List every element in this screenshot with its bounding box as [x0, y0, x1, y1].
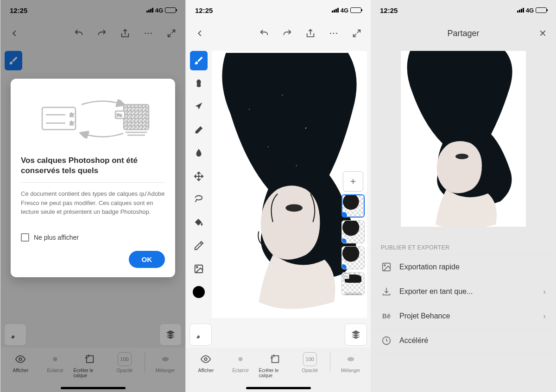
svg-text:Ps: Ps — [117, 113, 122, 118]
svg-point-32 — [239, 357, 243, 361]
behance-item[interactable]: Bē Projet Behance › — [371, 304, 556, 329]
status-time: 12:25 — [195, 6, 213, 14]
svg-point-38 — [384, 265, 385, 266]
eyedropper-tool-icon[interactable] — [190, 236, 208, 255]
bottom-opacite[interactable]: 100Opacité — [293, 352, 326, 373]
svg-rect-7 — [42, 107, 76, 130]
svg-point-21 — [336, 33, 337, 34]
image-icon — [381, 261, 392, 273]
quick-export-label: Exportation rapide — [399, 263, 460, 271]
modal-body: Ce document contient des types de calque… — [21, 189, 165, 217]
more-icon[interactable] — [328, 28, 339, 39]
layer-thumb-2[interactable] — [341, 220, 365, 243]
back-icon[interactable] — [194, 28, 205, 39]
ok-button[interactable]: OK — [129, 251, 165, 268]
modal-illustration: fx fx Ps — [21, 91, 165, 146]
layers-toggle-icon[interactable] — [345, 324, 367, 346]
quick-export-item[interactable]: Exportation rapide — [371, 255, 556, 280]
status-bar: 12:25 4G — [371, 0, 556, 20]
bottom-ecreter[interactable]: Écrêter le calque — [259, 352, 292, 378]
ps-label: Ps — [343, 274, 349, 279]
layer-thumb-4[interactable]: Ps — [341, 272, 365, 295]
svg-rect-12 — [124, 105, 149, 130]
layer-thumb-3[interactable] — [341, 246, 365, 269]
top-toolbar — [186, 20, 371, 46]
layer-thumb-1[interactable] — [341, 194, 365, 218]
chevron-right-icon: › — [543, 287, 546, 297]
svg-point-36 — [455, 154, 468, 159]
layers-panel: Ps — [339, 171, 367, 295]
svg-point-25 — [305, 127, 306, 128]
pixel-brush-tool-icon[interactable] — [190, 51, 208, 70]
timelapse-label: Accéléré — [399, 336, 428, 345]
behance-label: Projet Behance — [399, 312, 450, 320]
battery-icon — [350, 7, 361, 13]
share-list: Exportation rapide Exporter en tant que.… — [371, 255, 556, 353]
svg-point-34 — [347, 357, 354, 361]
svg-point-27 — [296, 165, 297, 166]
live-brush-tool-icon[interactable] — [190, 74, 208, 93]
bottom-eclaircir[interactable]: Éclaircir — [224, 352, 257, 373]
download-icon — [381, 286, 392, 297]
side-toolbar — [190, 51, 208, 298]
color-chip[interactable] — [193, 286, 205, 298]
chevron-right-icon: › — [543, 311, 546, 321]
fullscreen-icon[interactable] — [351, 28, 362, 39]
behance-icon: Bē — [381, 311, 392, 322]
signal-icon — [332, 8, 339, 12]
close-icon[interactable]: ✕ — [539, 28, 547, 39]
dont-show-label: Ne plus afficher — [34, 234, 79, 241]
svg-point-26 — [268, 146, 269, 147]
section-label: PUBLIER ET EXPORTER — [371, 241, 556, 255]
screen-modal: 12:25 4G Afficher Éclaircir Écrêter le c… — [0, 0, 185, 392]
export-as-item[interactable]: Exporter en tant que... › — [371, 280, 556, 304]
undo-icon[interactable] — [259, 28, 270, 39]
svg-point-28 — [285, 204, 303, 212]
screen-share: 12:25 4G Partager ✕ PUBLIER ET EXPORTER … — [371, 0, 556, 392]
bottom-bar: Afficher Éclaircir Écrêter le calque 100… — [186, 348, 371, 392]
timelapse-item[interactable]: Accéléré — [371, 329, 556, 353]
share-icon[interactable] — [305, 28, 316, 39]
status-indicators: 4G — [332, 7, 361, 14]
brush-settings-icon[interactable] — [190, 324, 212, 346]
smudge-tool-icon[interactable] — [190, 143, 208, 163]
status-indicators: 4G — [517, 7, 547, 14]
redo-icon[interactable] — [282, 28, 293, 39]
eraser-tool-icon[interactable] — [190, 120, 208, 140]
fill-tool-icon[interactable] — [190, 213, 208, 232]
network-label: 4G — [341, 7, 348, 14]
bottom-widgets — [190, 324, 367, 346]
svg-point-19 — [330, 33, 331, 34]
svg-point-23 — [249, 109, 250, 110]
status-time: 12:25 — [380, 6, 398, 14]
share-title: Partager — [447, 29, 479, 38]
svg-point-24 — [282, 95, 283, 96]
image-tool-icon[interactable] — [190, 259, 208, 279]
checkbox[interactable] — [21, 233, 29, 242]
svg-text:fx: fx — [70, 112, 74, 118]
share-preview — [401, 51, 526, 227]
vector-brush-tool-icon[interactable] — [190, 97, 208, 117]
bottom-afficher[interactable]: Afficher — [190, 352, 222, 373]
add-layer-button[interactable] — [343, 171, 363, 192]
status-bar: 12:25 4G — [186, 0, 371, 20]
svg-point-31 — [205, 358, 208, 361]
modal-dont-show-row[interactable]: Ne plus afficher — [21, 233, 165, 242]
move-tool-icon[interactable] — [190, 167, 208, 186]
network-label: 4G — [526, 7, 534, 14]
share-header: Partager ✕ — [371, 20, 556, 46]
home-indicator[interactable] — [246, 387, 311, 389]
photoshop-layers-modal: fx fx Ps Vos calques Photoshop ont été c… — [11, 79, 175, 277]
screen-editor: 12:25 4G — [185, 0, 371, 392]
svg-point-20 — [333, 33, 335, 34]
bottom-melanger[interactable]: Mélanger — [334, 352, 367, 373]
signal-icon — [517, 8, 524, 12]
svg-point-30 — [196, 267, 198, 268]
clock-icon — [381, 335, 392, 346]
lasso-tool-icon[interactable] — [190, 190, 208, 209]
export-as-label: Exporter en tant que... — [399, 287, 473, 296]
modal-title: Vos calques Photoshop ont été conservés … — [21, 156, 165, 176]
battery-icon — [536, 7, 547, 13]
svg-text:fx: fx — [70, 121, 74, 126]
svg-rect-33 — [272, 356, 279, 363]
